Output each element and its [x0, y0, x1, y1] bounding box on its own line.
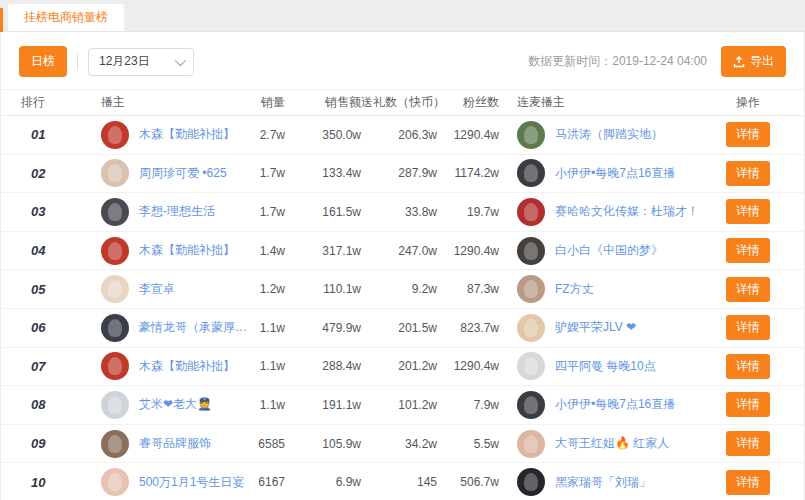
col-header-rank: 排行: [21, 94, 101, 111]
sales-amount-value: 161.5w: [285, 205, 361, 219]
daily-rank-button[interactable]: 日榜: [19, 46, 67, 77]
cohost-name-link[interactable]: 大哥王红姐🔥 红家人: [555, 435, 669, 452]
detail-button[interactable]: 详情: [726, 470, 770, 495]
anchor-name-link[interactable]: 李想-理想生活: [139, 203, 215, 220]
gifts-value: 206.3w: [361, 128, 437, 142]
table-row: 07 木森【勤能补拙】 1.1w 288.4w 201.2w 1290.4w 四…: [1, 348, 804, 387]
cohost-name-link[interactable]: 赛哈哈文化传媒：杜瑞才！: [555, 203, 699, 220]
fans-value: 1290.4w: [437, 244, 499, 258]
cohost-avatar[interactable]: [517, 198, 545, 226]
anchor-avatar[interactable]: [101, 275, 129, 303]
detail-button[interactable]: 详情: [726, 431, 770, 456]
cohost-avatar[interactable]: [517, 430, 545, 458]
sales-value: 1.1w: [253, 398, 285, 412]
anchor-name-link[interactable]: 500万1月1号生日宴: [139, 474, 244, 491]
detail-button[interactable]: 详情: [726, 277, 770, 302]
sales-amount-value: 105.9w: [285, 437, 361, 451]
sales-amount-value: 110.1w: [285, 282, 361, 296]
table-row: 09 睿哥品牌服饰 6585 105.9w 34.2w 5.5w 大哥王红姐🔥 …: [1, 425, 804, 464]
cohost-avatar[interactable]: [517, 275, 545, 303]
sales-value: 1.4w: [253, 244, 285, 258]
anchor-name-link[interactable]: 木森【勤能补拙】: [139, 126, 235, 143]
rank-value: 07: [21, 359, 101, 374]
date-select[interactable]: 12月23日: [88, 48, 194, 76]
fans-value: 87.3w: [437, 282, 499, 296]
table-row: 08 艾米❤老大👮 1.1w 191.1w 101.2w 7.9w 小伊伊•每晚…: [1, 386, 804, 425]
gifts-value: 34.2w: [361, 437, 437, 451]
sales-amount-value: 6.9w: [285, 475, 361, 489]
table-row: 06 豪情龙哥（承蒙厚爱） 1.1w 479.9w 201.5w 823.7w …: [1, 309, 804, 348]
table-row: 04 木森【勤能补拙】 1.4w 317.1w 247.0w 1290.4w 白…: [1, 232, 804, 271]
cohost-avatar[interactable]: [517, 159, 545, 187]
cohost-avatar[interactable]: [517, 237, 545, 265]
anchor-avatar[interactable]: [101, 352, 129, 380]
detail-button[interactable]: 详情: [726, 122, 770, 147]
cohost-name-link[interactable]: 四平阿曼 每晚10点: [555, 358, 656, 375]
anchor-avatar[interactable]: [101, 159, 129, 187]
sales-value: 6167: [253, 475, 285, 489]
gifts-value: 201.5w: [361, 321, 437, 335]
cohost-avatar[interactable]: [517, 468, 545, 496]
cohost-avatar[interactable]: [517, 352, 545, 380]
gifts-value: 287.9w: [361, 166, 437, 180]
anchor-name-link[interactable]: 周周珍可爱 •625: [139, 165, 227, 182]
detail-button[interactable]: 详情: [726, 354, 770, 379]
tab-accent-mark: [0, 8, 3, 32]
table-body: 01 木森【勤能补拙】 2.7w 350.0w 206.3w 1290.4w 马…: [1, 116, 804, 500]
detail-button[interactable]: 详情: [726, 199, 770, 224]
gifts-value: 101.2w: [361, 398, 437, 412]
tab-ecommerce-sales-rank[interactable]: 挂榜电商销量榜: [8, 4, 124, 31]
sales-amount-value: 288.4w: [285, 359, 361, 373]
sales-value: 1.1w: [253, 359, 285, 373]
anchor-name-link[interactable]: 李宣卓: [139, 281, 175, 298]
anchor-avatar[interactable]: [101, 430, 129, 458]
sales-value: 1.7w: [253, 166, 285, 180]
rank-value: 03: [21, 204, 101, 219]
sales-amount-value: 133.4w: [285, 166, 361, 180]
table-row: 10 500万1月1号生日宴 6167 6.9w 145 506.7w 黑家瑞哥…: [1, 463, 804, 500]
sales-value: 2.7w: [253, 128, 285, 142]
cohost-name-link[interactable]: 白小白《中国的梦》: [555, 242, 663, 259]
fans-value: 19.7w: [437, 205, 499, 219]
anchor-name-link[interactable]: 艾米❤老大👮: [139, 396, 212, 413]
cohost-name-link[interactable]: 小伊伊•每晚7点16直播: [555, 165, 675, 182]
rank-value: 08: [21, 397, 101, 412]
cohost-name-link[interactable]: 黑家瑞哥「刘瑞」: [555, 474, 651, 491]
anchor-avatar[interactable]: [101, 198, 129, 226]
col-header-action: 操作: [712, 94, 784, 111]
table-header-row: 排行 播主 销量 销售额 送礼数（快币） 粉丝数 连麦播主 操作: [1, 89, 804, 116]
anchor-name-link[interactable]: 木森【勤能补拙】: [139, 242, 235, 259]
rank-value: 02: [21, 166, 101, 181]
detail-button[interactable]: 详情: [726, 161, 770, 186]
cohost-name-link[interactable]: FZ方丈: [555, 281, 594, 298]
anchor-avatar[interactable]: [101, 314, 129, 342]
detail-button[interactable]: 详情: [726, 238, 770, 263]
detail-button[interactable]: 详情: [726, 392, 770, 417]
anchor-avatar[interactable]: [101, 237, 129, 265]
fans-value: 823.7w: [437, 321, 499, 335]
gifts-value: 247.0w: [361, 244, 437, 258]
col-header-sales: 销量: [253, 94, 285, 111]
anchor-name-link[interactable]: 睿哥品牌服饰: [139, 435, 211, 452]
anchor-avatar[interactable]: [101, 121, 129, 149]
export-button[interactable]: 导出: [721, 46, 786, 77]
sales-value: 1.7w: [253, 205, 285, 219]
update-time-label: 数据更新时间：: [528, 54, 612, 68]
detail-button[interactable]: 详情: [726, 315, 770, 340]
cohost-name-link[interactable]: 马洪涛（脚踏实地）: [555, 126, 663, 143]
anchor-avatar[interactable]: [101, 468, 129, 496]
cohost-name-link[interactable]: 驴嫂平荣JLV ❤: [555, 319, 636, 336]
cohost-name-link[interactable]: 小伊伊•每晚7点16直播: [555, 396, 675, 413]
rank-value: 05: [21, 282, 101, 297]
sales-amount-value: 317.1w: [285, 244, 361, 258]
cohost-avatar[interactable]: [517, 314, 545, 342]
anchor-name-link[interactable]: 豪情龙哥（承蒙厚爱）: [139, 319, 253, 336]
col-header-anchor: 播主: [101, 94, 253, 111]
update-time-text: 数据更新时间：2019-12-24 04:00: [528, 53, 707, 70]
cohost-avatar[interactable]: [517, 121, 545, 149]
anchor-avatar[interactable]: [101, 391, 129, 419]
anchor-name-link[interactable]: 木森【勤能补拙】: [139, 358, 235, 375]
toolbar: 日榜 12月23日 数据更新时间：2019-12-24 04:00 导出: [1, 32, 804, 89]
cohost-avatar[interactable]: [517, 391, 545, 419]
col-header-fans: 粉丝数: [437, 94, 499, 111]
